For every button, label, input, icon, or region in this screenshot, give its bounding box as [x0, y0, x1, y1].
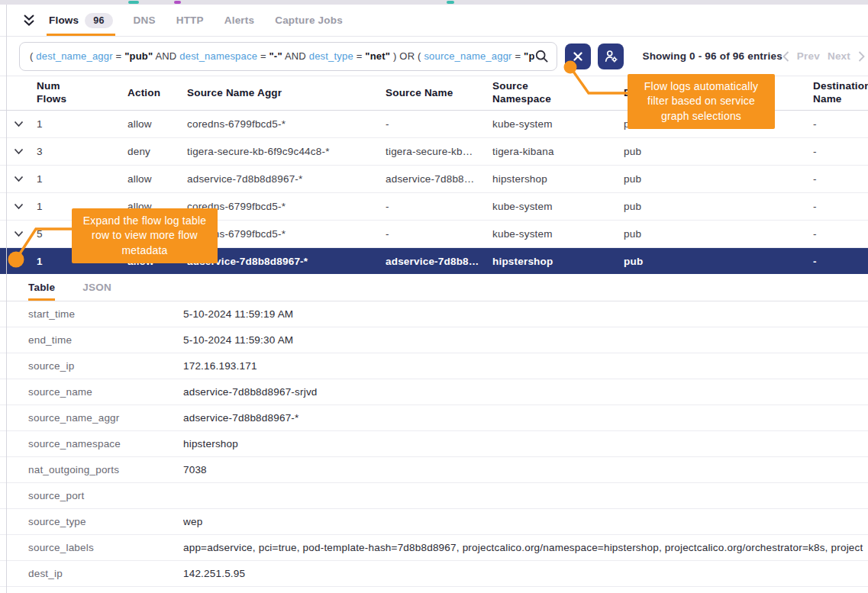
column-header: Source Namespace [492, 80, 560, 106]
cell-source-namespace: hipstershop [492, 173, 624, 185]
cell-source-name: adservice-7d8b8… [386, 256, 492, 267]
detail-field-value: 5-10-2024 11:59:30 AM [183, 334, 868, 346]
detail-field-key: source_port [28, 490, 183, 501]
column-header: Source Name Aggr [187, 87, 386, 100]
chevron-down-icon [14, 258, 24, 265]
cell-destination-name: - [813, 201, 868, 212]
collapse-panel-button[interactable] [21, 5, 37, 36]
cell-source-name: adservice-7d8b8… [386, 173, 492, 185]
search-icon [534, 49, 549, 63]
query-segment: "pub" [124, 50, 153, 62]
chevron-down-icon [14, 176, 24, 182]
tab-label: Alerts [224, 15, 254, 26]
detail-field-key: source_name [28, 386, 183, 398]
expand-row-button[interactable] [14, 258, 37, 265]
user-gear-icon [603, 48, 619, 64]
cell-source-name-aggr: coredns-6799fbcd5-* [187, 118, 386, 130]
background-speck [447, 1, 454, 4]
detail-field-row: dest_ip 142.251.5.95 [0, 561, 868, 587]
query-segment: = [515, 50, 524, 62]
cell-dest-name-aggr: pub [624, 256, 813, 267]
detail-field-row: nat_outgoing_ports 7038 [0, 457, 868, 483]
column-settings-button[interactable] [598, 44, 624, 69]
detail-field-key: source_namespace [28, 438, 183, 450]
cell-source-name: - [386, 228, 492, 240]
log-type-tabs: Flows 96 DNS HTTP Alerts Capture Jobs [0, 5, 868, 37]
chevron-down-icon [14, 121, 24, 127]
column-header: Num Flows [37, 80, 76, 106]
detail-field-key: start_time [28, 308, 183, 320]
detail-field-row: source_name_aggr adservice-7d8b8d8967-* [0, 405, 868, 431]
query-segment: ) OR ( [393, 50, 421, 62]
detail-field-value: 172.16.193.171 [183, 360, 868, 372]
detail-field-value: 7038 [183, 464, 868, 475]
cell-num-flows: 3 [37, 146, 127, 157]
expand-row-button[interactable] [14, 203, 37, 210]
tab-label: Flows [49, 15, 79, 26]
prev-page-button[interactable]: Prev [797, 50, 820, 62]
filter-query-input[interactable]: ( dest_name_aggr = "pub" AND dest_namesp… [19, 42, 557, 71]
query-segment: "net" [365, 50, 390, 62]
detail-field-value: 142.251.5.95 [183, 568, 868, 579]
top-tab[interactable]: HTTP [176, 5, 204, 36]
chevron-down-icon [14, 148, 24, 155]
expand-row-button[interactable] [14, 148, 37, 155]
expand-row-button[interactable] [14, 230, 37, 237]
top-tab[interactable]: DNS [134, 5, 156, 36]
detail-field-value: hipstershop [183, 438, 868, 450]
cell-source-namespace: hipstershop [492, 256, 624, 267]
detail-field-key: dest_ip [28, 568, 183, 579]
cell-action: deny [127, 146, 187, 157]
background-speck [128, 1, 139, 4]
cell-source-name: tigera-secure-kb… [386, 146, 492, 157]
clear-filter-button[interactable] [565, 44, 591, 69]
query-segment: dest_namespace [179, 50, 257, 62]
detail-field-row: source_namespace hipstershop [0, 431, 868, 457]
tab-label: Capture Jobs [275, 15, 343, 26]
detail-field-key: end_time [28, 334, 183, 346]
detail-field-key: source_type [28, 516, 183, 527]
cell-source-name: - [386, 118, 492, 130]
top-tab[interactable]: Alerts [224, 5, 254, 36]
flow-row[interactable]: 1 allow adservice-7d8b8d8967-* adservice… [0, 166, 868, 193]
detail-field-row: source_port [0, 483, 868, 509]
cell-action: allow [127, 173, 187, 185]
query-segment: = [357, 50, 366, 62]
top-tab[interactable]: Capture Jobs [275, 5, 343, 36]
detail-field-row: source_name adservice-7d8b8d8967-srjvd [0, 379, 868, 405]
expand-row-button[interactable] [14, 176, 37, 182]
flow-detail-panel: Table JSON start_time 5-10-2024 11:59:19… [0, 274, 868, 587]
cell-num-flows: 1 [37, 173, 127, 185]
expand-row-button[interactable] [14, 121, 37, 127]
top-tab[interactable]: Flows 96 [49, 5, 113, 36]
panel-left-border [6, 5, 7, 593]
cell-source-namespace: kube-system [492, 118, 624, 130]
detail-field-row: source_ip 172.16.193.171 [0, 353, 868, 379]
cell-dest-name-aggr: pub [624, 201, 813, 212]
detail-field-row: start_time 5-10-2024 11:59:19 AM [0, 301, 868, 327]
page-prev-icon[interactable] [782, 51, 789, 62]
query-segment: "-" [269, 50, 282, 62]
tab-label: DNS [134, 15, 156, 26]
cell-num-flows: 1 [37, 118, 127, 130]
tab-json[interactable]: JSON [82, 274, 111, 301]
tab-label: HTTP [176, 15, 204, 26]
cell-source-namespace: kube-system [492, 228, 624, 240]
page-next-icon[interactable] [858, 51, 865, 62]
flow-row[interactable]: 3 deny tigera-secure-kb-6f9c9c44c8-* tig… [0, 138, 868, 166]
query-segment: dest_name_aggr [36, 50, 112, 62]
cell-destination-name: - [813, 228, 868, 240]
filter-toolbar: ( dest_name_aggr = "pub" AND dest_namesp… [0, 37, 868, 76]
detail-field-row: end_time 5-10-2024 11:59:30 AM [0, 327, 868, 353]
close-icon [573, 51, 583, 62]
query-segment: source_name_aggr [424, 50, 511, 62]
next-page-button[interactable]: Next [828, 50, 850, 62]
query-segment: dest_type [309, 50, 353, 62]
tab-table[interactable]: Table [28, 274, 55, 301]
detail-field-key: nat_outgoing_ports [28, 464, 183, 475]
background-speck [174, 1, 181, 4]
cell-dest-name-aggr: pub [624, 173, 813, 185]
pagination: Prev Next [782, 50, 865, 62]
cell-dest-name-aggr: pub [624, 228, 813, 240]
cell-action: allow [127, 118, 187, 130]
